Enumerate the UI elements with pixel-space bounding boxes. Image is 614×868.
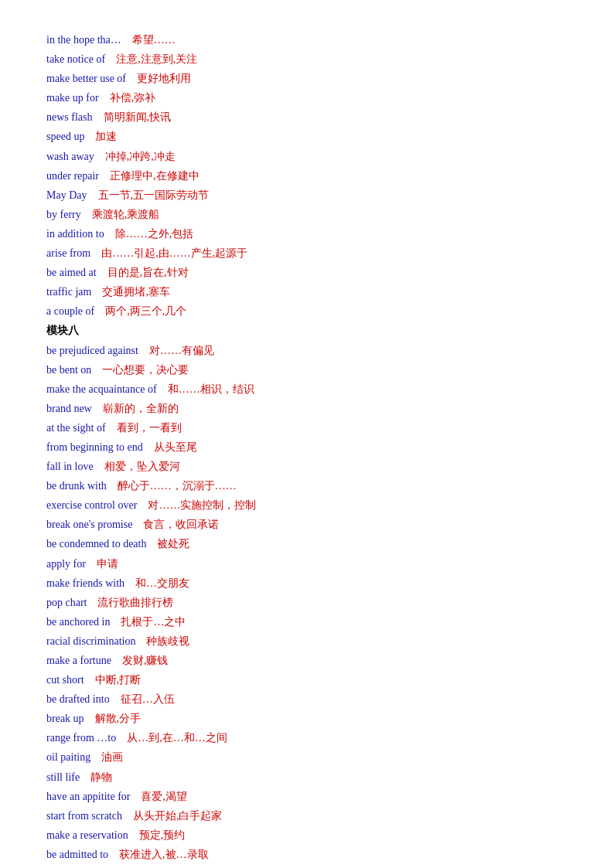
phrase-zh: 喜爱,渴望 (141, 791, 187, 802)
phrase-zh: 一心想要，决心要 (102, 364, 189, 376)
phrase-en: fall in love (46, 461, 94, 472)
phrase-zh: 对……实施控制，控制 (148, 499, 256, 511)
list-item: pop chart 流行歌曲排行榜 (46, 594, 568, 611)
phrase-zh: 崭新的，全新的 (103, 403, 179, 414)
list-item: traffic jam 交通拥堵,塞车 (46, 283, 568, 301)
list-item: brand new 崭新的，全新的 (46, 400, 568, 417)
phrase-zh: 醉心于……，沉溺于…… (118, 480, 237, 492)
phrase-en: make up for (46, 92, 99, 104)
phrase-en: cut short (46, 674, 84, 686)
phrase-en: still life (46, 771, 80, 783)
phrase-en: make a reservation (46, 829, 128, 841)
phrase-en: range from …to (46, 732, 116, 744)
phrase-en: be drunk with (46, 480, 107, 492)
phrase-zh: 对……有偏见 (149, 345, 214, 356)
section-label: 模块八 (46, 325, 79, 336)
phrase-zh: 相爱，坠入爱河 (104, 461, 180, 472)
phrase-zh: 乘渡轮,乘渡船 (92, 209, 160, 220)
phrase-en: news flash (46, 111, 93, 123)
list-item: be drafted into 征召…入伍 (46, 690, 568, 708)
phrase-zh: 更好地利用 (137, 73, 191, 84)
list-item: be aimed at 目的是,旨在,针对 (46, 264, 568, 281)
list-item: exercise control over 对……实施控制，控制 (46, 496, 568, 514)
list-item: at the sight of 看到，一看到 (46, 419, 568, 437)
list-item: start from scratch 从头开始,白手起家 (46, 807, 568, 825)
phrase-zh: 中断,打断 (95, 674, 142, 686)
phrase-en: by ferry (46, 209, 81, 220)
phrase-en: exercise control over (46, 499, 137, 511)
phrase-en: make the acquaintance of (46, 383, 157, 395)
list-item: have an appitite for 喜爱,渴望 (46, 788, 568, 805)
phrase-zh: 和…交朋友 (135, 577, 189, 589)
list-item: take notice of 注意,注意到,关注 (46, 50, 568, 68)
phrase-zh: 种族歧视 (146, 635, 189, 647)
phrase-en: speed up (46, 131, 84, 142)
phrase-zh: 由……引起,由……产生,起源于 (101, 247, 247, 259)
phrase-zh: 两个,两三个,几个 (105, 305, 186, 317)
phrase-zh: 食言，收回承诺 (143, 519, 219, 530)
phrase-zh: 被处死 (157, 538, 189, 550)
phrase-zh: 正修理中,在修建中 (110, 170, 200, 182)
phrase-zh: 看到，一看到 (117, 422, 182, 434)
phrase-en: May Day (46, 189, 87, 201)
list-item: May Day 五一节,五一国际劳动节 (46, 186, 568, 204)
phrase-en: make friends with (46, 577, 125, 589)
phrase-en: start from scratch (46, 810, 122, 822)
list-item: from beginning to end 从头至尾 (46, 438, 568, 456)
phrase-en: a couple of (46, 305, 94, 317)
list-item: wash away 冲掉,冲跨,冲走 (46, 148, 568, 165)
list-item: make a fortune 发财,赚钱 (46, 652, 568, 669)
list-item: by ferry 乘渡轮,乘渡船 (46, 206, 568, 223)
list-item: break up 解散,分手 (46, 710, 568, 727)
phrase-en: make better use of (46, 73, 126, 84)
list-item: be bent on 一心想要，决心要 (46, 361, 568, 379)
list-item: arise from 由……引起,由……产生,起源于 (46, 244, 568, 262)
phrase-zh: 扎根于…之中 (121, 616, 186, 628)
phrase-zh: 油画 (101, 751, 123, 763)
list-item: be condemned to death 被处死 (46, 535, 568, 553)
phrase-zh: 五一节,五一国际劳动节 (98, 189, 210, 201)
list-item: fall in love 相爱，坠入爱河 (46, 458, 568, 475)
phrase-zh: 从…到,在…和…之间 (127, 732, 227, 744)
phrase-en: wash away (46, 151, 94, 162)
phrase-zh: 交通拥堵,塞车 (102, 286, 170, 298)
phrase-en: have an appitite for (46, 791, 130, 802)
phrase-en: be bent on (46, 364, 91, 376)
phrase-zh: 简明新闻,快讯 (104, 111, 172, 123)
phrase-en: at the sight of (46, 422, 106, 434)
phrase-zh: 目的是,旨在,针对 (107, 267, 189, 278)
list-item: in addition to 除……之外,包括 (46, 225, 568, 243)
phrase-en: pop chart (46, 597, 87, 608)
phrase-zh: 发财,赚钱 (122, 655, 169, 666)
phrase-zh: 冲掉,冲跨,冲走 (105, 151, 176, 162)
phrase-zh: 加速 (95, 131, 117, 142)
phrase-zh: 静物 (90, 771, 112, 783)
list-item: make friends with 和…交朋友 (46, 574, 568, 592)
list-item: be drunk with 醉心于……，沉溺于…… (46, 477, 568, 495)
phrase-en: be admitted to (46, 849, 108, 860)
phrase-en: traffic jam (46, 286, 91, 298)
list-item: cut short 中断,打断 (46, 671, 568, 689)
phrase-en: racial discrimination (46, 635, 135, 647)
phrase-zh: 从头开始,白手起家 (133, 810, 223, 822)
list-item: oil paiting 油画 (46, 748, 568, 766)
phrase-en: be drafted into (46, 693, 110, 705)
list-item: be made out of 由…制成 (46, 865, 568, 868)
list-item: speed up 加速 (46, 128, 568, 145)
list-item: be prejudiced against 对……有偏见 (46, 342, 568, 359)
list-item: make better use of 更好地利用 (46, 70, 568, 87)
phrase-en: arise from (46, 247, 90, 259)
phrase-en: brand new (46, 403, 92, 414)
phrase-list: in the hope tha… 希望……take notice of 注意,注… (46, 31, 568, 868)
phrase-en: in addition to (46, 228, 104, 240)
phrase-en: be prejudiced against (46, 345, 138, 356)
list-item: apply for 申请 (46, 555, 568, 573)
phrase-en: break up (46, 713, 84, 724)
list-item: make up for 补偿,弥补 (46, 89, 568, 107)
phrase-zh: 除……之外,包括 (115, 228, 194, 240)
list-item: break one's promise 食言，收回承诺 (46, 516, 568, 533)
phrase-en: oil paiting (46, 751, 90, 763)
phrase-zh: 预定,预约 (139, 829, 186, 841)
phrase-en: break one's promise (46, 519, 132, 530)
phrase-en: under repair (46, 170, 99, 182)
